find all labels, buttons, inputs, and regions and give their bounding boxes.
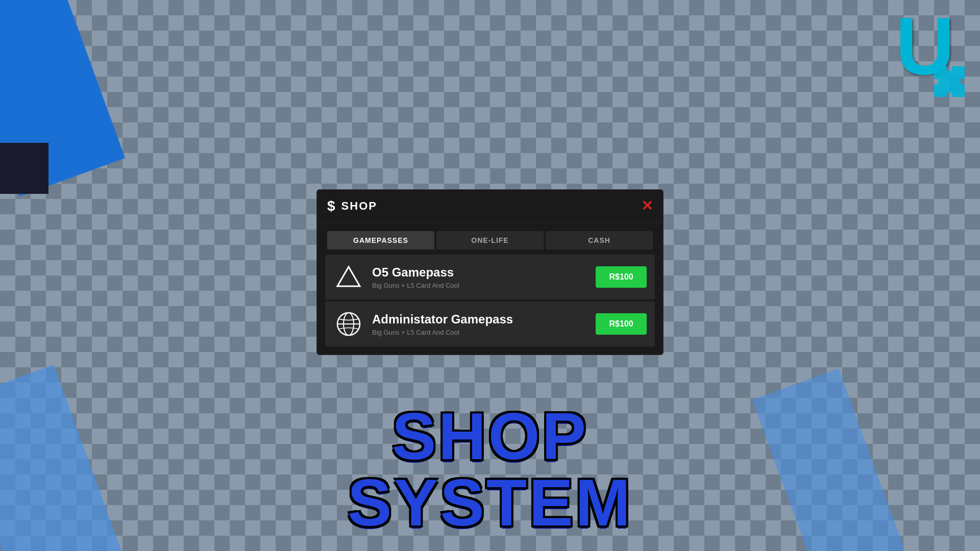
decorative-box-left: [0, 143, 48, 194]
item-info-admin: Administator Gamepass Big Guns + L5 Card…: [372, 312, 587, 336]
svg-marker-0: [337, 267, 360, 286]
item-name-admin: Administator Gamepass: [372, 312, 587, 327]
items-list: O5 Gamepass Big Guns + L5 Card And Cool …: [317, 249, 663, 355]
buy-button-admin[interactable]: R$100: [596, 313, 647, 335]
tab-one-life[interactable]: ONE-LIFE: [436, 231, 544, 249]
list-item: Administator Gamepass Big Guns + L5 Card…: [325, 302, 655, 346]
modal-overlay: $ SHOP ✕ GAMEPASSES ONE-LIFE CASH: [316, 189, 664, 355]
tabs-container: GAMEPASSES ONE-LIFE CASH: [317, 223, 663, 249]
list-item: O5 Gamepass Big Guns + L5 Card And Cool …: [325, 255, 655, 299]
items-wrapper: O5 Gamepass Big Guns + L5 Card And Cool …: [317, 249, 663, 355]
shop-modal: $ SHOP ✕ GAMEPASSES ONE-LIFE CASH: [316, 189, 664, 355]
modal-title-area: $ SHOP: [327, 198, 377, 214]
logo-puzzle-icon: [929, 61, 970, 102]
bottom-text-container: SHOP SYSTEM: [348, 403, 633, 536]
bottom-shop-text: SHOP: [348, 403, 633, 469]
tab-cash[interactable]: CASH: [546, 231, 653, 249]
modal-title: SHOP: [341, 199, 377, 213]
item-icon-o5: [333, 262, 364, 292]
item-name-o5: O5 Gamepass: [372, 265, 587, 280]
modal-header: $ SHOP ✕: [317, 190, 663, 223]
logo-area: U: [868, 5, 970, 107]
tab-gamepasses[interactable]: GAMEPASSES: [327, 231, 434, 249]
item-desc-o5: Big Guns + L5 Card And Cool: [372, 282, 587, 289]
item-icon-admin: [333, 309, 364, 339]
close-button[interactable]: ✕: [641, 199, 653, 213]
dollar-icon: $: [327, 198, 335, 214]
bottom-system-text: SYSTEM: [348, 469, 633, 536]
item-desc-admin: Big Guns + L5 Card And Cool: [372, 329, 587, 336]
item-info-o5: O5 Gamepass Big Guns + L5 Card And Cool: [372, 265, 587, 289]
buy-button-o5[interactable]: R$100: [596, 266, 647, 288]
